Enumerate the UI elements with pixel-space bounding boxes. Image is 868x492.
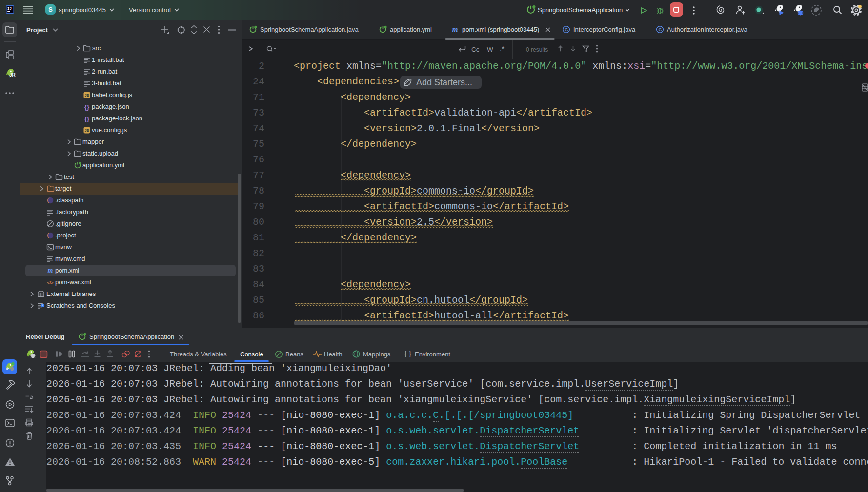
- svg-text:C: C: [659, 27, 662, 32]
- svg-text:JS: JS: [84, 128, 89, 133]
- svg-text:m: m: [452, 25, 458, 33]
- svg-text:m: m: [48, 267, 53, 274]
- svg-text:C: C: [565, 27, 568, 32]
- svg-text:JS: JS: [84, 93, 89, 98]
- svg-text:{ }: { }: [404, 349, 411, 357]
- svg-text:IJ: IJ: [7, 7, 12, 11]
- svg-text:{}: {}: [84, 103, 89, 111]
- svg-text:{}: {}: [84, 115, 89, 122]
- svg-text:</>: </>: [47, 280, 53, 285]
